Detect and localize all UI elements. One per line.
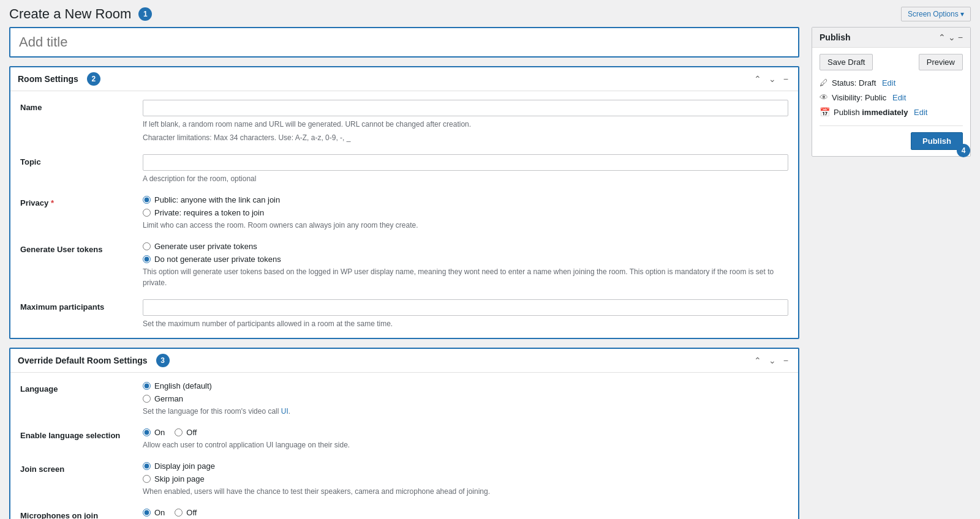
override-settings-title: Override Default Room Settings	[18, 356, 148, 365]
publish-panel-controls: ⌃ ⌄ −	[938, 32, 963, 42]
lang-german-radio[interactable]	[143, 395, 151, 403]
topic-field: A description for the room, optional	[143, 154, 788, 184]
mic-row: Microphones on join On Off	[20, 508, 788, 519]
privacy-radio-group: Public: anyone with the link can join Pr…	[143, 195, 788, 217]
visibility-edit-link[interactable]: Edit	[892, 93, 906, 102]
lang-english-option[interactable]: English (default)	[143, 381, 788, 390]
preview-button[interactable]: Preview	[919, 54, 963, 70]
topic-label: Topic	[20, 154, 143, 166]
mic-on-radio[interactable]	[143, 509, 151, 517]
token-no-generate-option[interactable]: Do not generate user private tokens	[143, 255, 788, 264]
top-bar: Create a New Room 1 Screen Options ▾	[9, 6, 971, 22]
publish-time-edit-link[interactable]: Edit	[914, 108, 927, 117]
topic-row: Topic A description for the room, option…	[20, 154, 788, 184]
title-input[interactable]	[13, 29, 796, 55]
status-edit-link[interactable]: Edit	[882, 78, 895, 88]
override-settings-panel-controls: ⌃ ⌄ −	[752, 354, 791, 367]
override-settings-panel: Override Default Room Settings 3 ⌃ ⌄ − L…	[9, 348, 799, 519]
lang-selection-hint: Allow each user to control application U…	[143, 439, 788, 450]
max-participants-field: Set the maximum number of participants a…	[143, 299, 788, 329]
join-skip-radio[interactable]	[143, 475, 151, 483]
page-title: Create a New Room	[9, 6, 131, 22]
generate-tokens-radio-group: Generate user private tokens Do not gene…	[143, 242, 788, 264]
join-display-radio[interactable]	[143, 462, 151, 470]
publish-meta: 🖊 Status: Draft Edit 👁 Visibility: Publi…	[820, 78, 963, 117]
publish-time-row: 📅 Publish immediately Edit	[820, 107, 963, 117]
topic-hint: A description for the room, optional	[143, 173, 788, 184]
save-draft-button[interactable]: Save Draft	[820, 54, 873, 70]
override-panel-minimize-btn[interactable]: −	[781, 354, 791, 367]
join-display-option[interactable]: Display join page	[143, 461, 788, 471]
publish-panel-header: Publish ⌃ ⌄ −	[812, 28, 970, 48]
join-display-label: Display join page	[154, 461, 215, 471]
publish-panel: Publish ⌃ ⌄ − Save Draft Preview 🖊	[812, 27, 971, 157]
mic-off-radio[interactable]	[175, 509, 183, 517]
mic-on-option[interactable]: On	[143, 508, 165, 517]
mic-off-option[interactable]: Off	[175, 508, 197, 517]
language-label: Language	[20, 381, 143, 394]
token-generate-radio[interactable]	[143, 242, 151, 250]
privacy-public-option[interactable]: Public: anyone with the link can join	[143, 195, 788, 204]
mic-on-label: On	[154, 508, 165, 517]
publish-actions-top: Save Draft Preview	[820, 54, 963, 70]
lang-sel-off-option[interactable]: Off	[175, 428, 197, 437]
lang-sel-on-radio[interactable]	[143, 428, 151, 436]
left-column: Room Settings 2 ⌃ ⌄ − Name	[9, 27, 799, 519]
language-radio-group: English (default) German	[143, 381, 788, 403]
panel-collapse-up-btn[interactable]: ⌃	[752, 73, 764, 85]
name-hint1: If left blank, a random room name and UR…	[143, 119, 788, 130]
override-settings-header-left: Override Default Room Settings 3	[18, 354, 170, 367]
max-participants-label: Maximum participants	[20, 299, 143, 312]
name-input[interactable]	[143, 100, 788, 116]
language-field: English (default) German Set the languag…	[143, 381, 788, 417]
screen-options-button[interactable]: Screen Options ▾	[901, 7, 971, 21]
panel-collapse-down-btn[interactable]: ⌄	[766, 73, 778, 85]
publish-panel-minimize-btn[interactable]: −	[958, 32, 963, 42]
token-no-generate-label: Do not generate user private tokens	[154, 255, 281, 264]
token-generate-label: Generate user private tokens	[154, 242, 257, 251]
override-panel-collapse-up-btn[interactable]: ⌃	[752, 354, 764, 367]
room-settings-title: Room Settings	[18, 74, 78, 84]
join-screen-label: Join screen	[20, 461, 143, 474]
privacy-field: Public: anyone with the link can join Pr…	[143, 195, 788, 231]
publish-time-icon: 📅	[820, 107, 830, 117]
lang-selection-radio-group: On Off	[143, 428, 788, 437]
status-row: 🖊 Status: Draft Edit	[820, 78, 963, 88]
token-no-generate-radio[interactable]	[143, 255, 151, 263]
room-settings-panel-controls: ⌃ ⌄ −	[752, 73, 791, 85]
publish-panel-collapse-up-btn[interactable]: ⌃	[938, 32, 946, 42]
privacy-private-option[interactable]: Private: requires a token to join	[143, 208, 788, 217]
topic-input[interactable]	[143, 154, 788, 171]
publish-panel-title: Publish	[820, 32, 851, 42]
join-screen-field: Display join page Skip join page When en…	[143, 461, 788, 497]
publish-tour-badge: 4	[957, 144, 970, 157]
room-settings-header: Room Settings 2 ⌃ ⌄ −	[10, 67, 798, 91]
max-participants-row: Maximum participants Set the maximum num…	[20, 299, 788, 329]
name-label: Name	[20, 100, 143, 112]
privacy-private-radio[interactable]	[143, 209, 151, 217]
join-screen-hint: When enabled, users will have the chance…	[143, 486, 788, 497]
status-text: Status: Draft	[832, 78, 878, 88]
lang-sel-off-radio[interactable]	[175, 428, 183, 436]
publish-button[interactable]: Publish	[911, 132, 963, 150]
room-settings-body: Name If left blank, a random room name a…	[10, 91, 798, 338]
panel-minimize-btn[interactable]: −	[781, 73, 791, 85]
language-ui-link[interactable]: UI	[281, 407, 288, 416]
privacy-label: Privacy *	[20, 195, 143, 207]
lang-selection-row: Enable language selection On Off	[20, 428, 788, 450]
override-panel-collapse-down-btn[interactable]: ⌄	[766, 354, 778, 367]
max-participants-input[interactable]	[143, 299, 788, 316]
lang-sel-on-option[interactable]: On	[143, 428, 165, 437]
publish-footer: Publish 4	[820, 125, 963, 150]
join-skip-option[interactable]: Skip join page	[143, 474, 788, 484]
lang-german-option[interactable]: German	[143, 394, 788, 403]
token-generate-option[interactable]: Generate user private tokens	[143, 242, 788, 251]
join-screen-row: Join screen Display join page Skip join …	[20, 461, 788, 497]
publish-panel-collapse-down-btn[interactable]: ⌄	[948, 32, 956, 42]
privacy-public-radio[interactable]	[143, 196, 151, 204]
generate-tokens-field: Generate user private tokens Do not gene…	[143, 242, 788, 288]
override-settings-body: Language English (default) German	[10, 373, 798, 519]
visibility-row: 👁 Visibility: Public Edit	[820, 92, 963, 102]
generate-tokens-label: Generate User tokens	[20, 242, 143, 254]
lang-english-radio[interactable]	[143, 382, 151, 390]
